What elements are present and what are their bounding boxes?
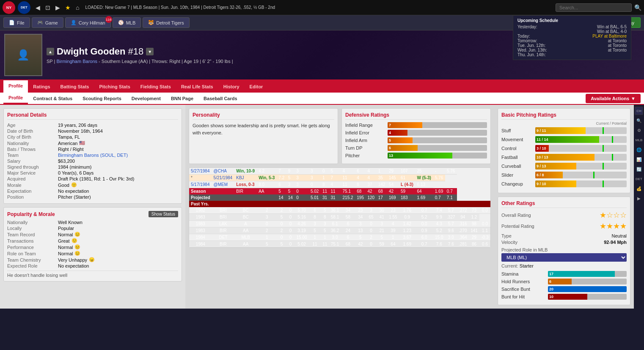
tab-editor[interactable]: Editor (245, 81, 268, 92)
season-row: Season BIR AA 5 5 0 5.02 11 11 75.1 68 4… (189, 188, 490, 195)
popularity-title: Popularity & Morale (7, 211, 55, 217)
tab-ratings[interactable]: Ratings (28, 81, 55, 92)
side-btn-chart[interactable]: 📊 (635, 155, 643, 164)
tab-pitching-stats[interactable]: Pitching Stats (94, 81, 135, 92)
games-section: 5/27/1984 @CHA Win, 10-9 4.2 7 9 3 3 0 5… (189, 167, 491, 248)
def-turn-dp-row: Turn DP 6 (345, 145, 487, 151)
game-opp-2[interactable]: KBJ (234, 175, 257, 181)
nav-back-btn[interactable]: ◀ (34, 3, 42, 12)
player-nav-up-btn[interactable]: ▲ (47, 48, 54, 55)
player-name: Dwight Gooden (57, 46, 126, 57)
subtab-development[interactable]: Development (127, 93, 166, 104)
detroit-logo: 🐯 (148, 20, 154, 25)
pop-expected-role: Expected Role No expectation (7, 263, 178, 269)
game-opp-3[interactable]: @MEM (212, 181, 235, 188)
middle-panel: Personality Gooden shows some leadership… (185, 105, 494, 309)
projected-row: Projected 14 14 0 5.01 31 31 215.2 195 1… (189, 194, 490, 201)
pop-role: Role on Team Normal 😐 (7, 250, 178, 257)
nav-star-btn[interactable]: ★ (63, 3, 72, 12)
subtab-bnn[interactable]: BNN Page (166, 93, 198, 104)
side-btn-mlb[interactable]: MLB (635, 136, 643, 144)
performance-icon: 😐 (74, 244, 80, 250)
tab-history[interactable]: History (218, 81, 245, 92)
personality-header: Personality (193, 112, 334, 120)
left-panel: Personal Details Age 19 years, 206 days … (0, 105, 185, 309)
proj-role-row: MLB (ML) (501, 253, 627, 262)
file-icon: 📄 (9, 20, 15, 25)
team-link[interactable]: Birmingham Barons (SOUL, DET) (58, 153, 128, 158)
game-date-3[interactable]: 5/17/1984 (189, 181, 212, 188)
pitch-changeup-row: Changeup 9 / 10 (501, 180, 627, 187)
def-turn-dp-bar: 6 (388, 145, 418, 151)
schedule-panel: Upcoming Schedule Yesterday:Win at BAL, … (513, 15, 631, 60)
right-panel: Basic Pitching Ratings Current / Potenti… (494, 105, 634, 309)
subtab-contract[interactable]: Contract & Status (28, 93, 77, 104)
stamina-row: Stamina 17 (501, 271, 627, 277)
game-result-3: Loss, 0-3 (234, 181, 257, 188)
tab-profile[interactable]: Profile (3, 80, 28, 93)
side-btn-search[interactable]: 🔍 (635, 116, 643, 125)
pitch-control-label: Control (501, 146, 535, 151)
subtab-baseball-cards[interactable]: Baseball Cards (198, 93, 242, 104)
side-btn-det[interactable]: DET (635, 175, 643, 183)
nav-home-btn[interactable]: ⌂ (74, 3, 81, 12)
nav-forward-btn[interactable]: ▶ (54, 3, 62, 12)
pitch-stuff-row: Stuff 9 / 11 (501, 127, 627, 134)
current-role-row: Current: Starter (501, 263, 627, 268)
pop-team-record: Team Record Normal 😐 (7, 231, 178, 238)
subtab-profile[interactable]: Profile (3, 93, 28, 104)
pitch-fastball-row: Fastball 10 / 13 (501, 154, 627, 161)
nav-copy-btn[interactable]: ⊡ (44, 3, 52, 12)
detail-position: Position Pitcher (Starter) (7, 194, 178, 200)
other-ratings-header: Other Ratings (501, 200, 627, 208)
player-nav-down-btn[interactable]: ▼ (146, 48, 154, 55)
sac-bunt-label: Sacrifice Bunt (501, 287, 548, 292)
file-btn[interactable]: 📄 File (3, 17, 30, 28)
def-infield-arm-label: Infield Arm (345, 138, 388, 143)
side-btn-expand[interactable]: ▶ (635, 194, 643, 202)
pop-nationally: Nationally Well Known (7, 219, 178, 225)
game-opp-1[interactable]: @CHA (212, 168, 235, 175)
schedule-title: Upcoming Schedule (517, 18, 627, 23)
def-pitcher-label: Pitcher (345, 153, 388, 158)
side-btn-refresh[interactable]: 🔄 (635, 165, 643, 173)
game-date-2[interactable]: 5/21/1984 (212, 175, 235, 181)
past-stat-row-3: 1983 LAK A 0 0 0 4.26 3 3 6.1 6 3 0 3 (189, 221, 490, 227)
show-status-btn[interactable]: Show Status (149, 211, 178, 217)
game-btn[interactable]: 🎮 Game (32, 17, 63, 28)
tab-real-life-stats[interactable]: Real Life Stats (176, 81, 218, 92)
tab-batting-stats[interactable]: Batting Stats (55, 81, 94, 92)
side-btn-money[interactable]: 💰 (635, 184, 643, 193)
def-infield-error-label: Infield Error (345, 130, 388, 135)
schedule-yesterday2: Win at BAL, 4-0 (517, 29, 627, 34)
subtab-scouting[interactable]: Scouting Reports (77, 93, 127, 104)
def-infield-arm-bar: 5 (388, 137, 413, 143)
side-btn-ch[interactable]: CH (635, 107, 643, 115)
type-value: Neutral (612, 233, 627, 238)
side-btn-settings[interactable]: ⚙ (635, 126, 643, 134)
search-input[interactable] (556, 3, 632, 12)
potential-rating-row: Potential Rating ★★★★ (501, 221, 627, 231)
mlb-logo: ⚾ (118, 20, 124, 25)
proj-role-select[interactable]: MLB (ML) (501, 253, 627, 262)
side-icon-panel: CH 🔍 ⚙ MLB 🌐 📊 🔄 DET 💰 ▶ (634, 105, 644, 309)
role-icon: 😐 (74, 251, 80, 256)
mlb-btn[interactable]: ⚾ MLB (113, 17, 141, 28)
basic-pitching-header: Basic Pitching Ratings (501, 112, 627, 120)
schedule-wed: Wed. Jun. 13th:at Toronto (517, 48, 627, 52)
side-btn-global[interactable]: 🌐 (635, 145, 643, 154)
bunt-hit-bar: 10 (548, 294, 587, 300)
game-date-1[interactable]: 5/27/1984 (189, 168, 212, 175)
game-result-1: Win, 10-9 (234, 168, 257, 175)
detroit-btn[interactable]: 🐯 Detroit Tigers (143, 17, 189, 28)
def-infield-arm-row: Infield Arm 5 (345, 137, 487, 143)
available-actions-btn[interactable]: Available Actions ▼ (586, 94, 641, 103)
detail-team: Team Birmingham Barons (SOUL, DET) (7, 152, 178, 158)
detail-age: Age 19 years, 206 days (7, 122, 178, 128)
cory-btn[interactable]: 👤 Cory Hillman 116 (65, 17, 111, 28)
pitch-slider-label: Slider (501, 172, 535, 178)
search-icon[interactable]: 🔍 (634, 4, 641, 11)
player-team[interactable]: Birmingham Barons (56, 59, 97, 64)
bunt-hit-label: Bunt for Hit (501, 294, 548, 299)
tab-fielding-stats[interactable]: Fielding Stats (135, 81, 176, 92)
